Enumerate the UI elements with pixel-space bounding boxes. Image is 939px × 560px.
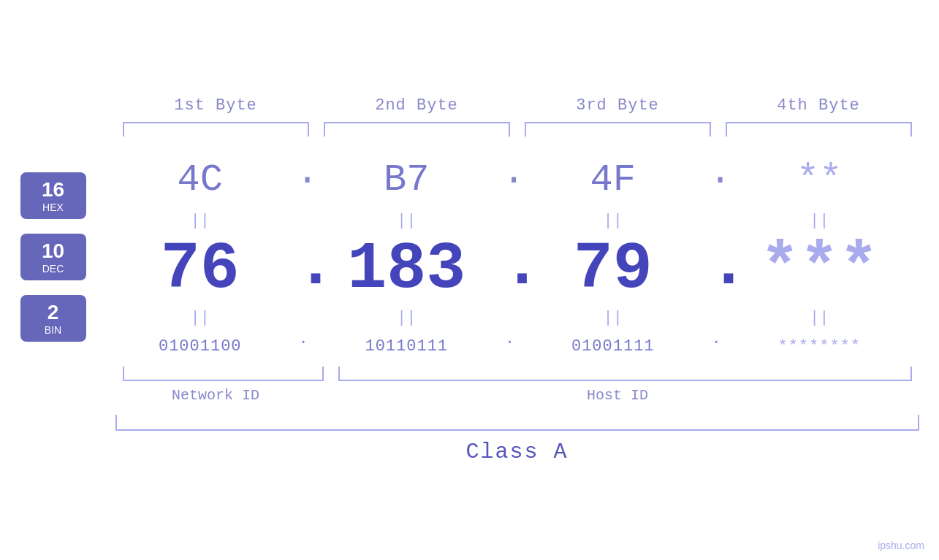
bin-dot2: . [499,330,521,363]
bracket-byte4 [718,122,919,137]
bracket-byte3 [517,122,718,137]
hex-byte4: ** [727,151,912,209]
eq1: || [108,209,293,233]
bin-dot3: . [705,330,727,363]
bin-dot1: . [292,330,314,363]
base-badges: 16 HEX 10 DEC 2 BIN [20,172,108,342]
hex-byte3: 4F [521,151,706,209]
dec-byte4: *** [727,233,912,306]
eq7: || [521,306,706,330]
eq5: || [108,306,293,330]
eq3: || [521,209,706,233]
content-section: 16 HEX 10 DEC 2 BIN 4C . B7 . 4F . ** [20,151,919,363]
byte-headers: 1st Byte 2nd Byte 3rd Byte 4th Byte [115,96,919,115]
dec-dot3: . [705,233,727,306]
bracket-byte1 [115,122,316,137]
dec-byte1: 76 [108,233,293,306]
eq4: || [727,209,912,233]
dec-dot2: . [499,233,521,306]
byte4-header: 4th Byte [718,96,919,115]
eq2: || [314,209,499,233]
hex-row: 4C . B7 . 4F . ** [108,151,912,209]
byte1-header: 1st Byte [115,96,316,115]
dec-badge: 10 DEC [20,234,86,280]
hex-base-label: HEX [31,202,76,213]
class-label: Class A [465,440,568,464]
class-label-container: Class A [115,440,919,464]
bottom-section: Network ID Host ID Class A [20,367,919,464]
id-brackets [115,367,919,381]
dot2: . [499,151,521,209]
dec-row: 76 . 183 . 79 . *** [108,233,912,306]
eq8: || [727,306,912,330]
hex-byte2: B7 [314,151,499,209]
dec-base-number: 10 [31,239,76,263]
dec-byte2: 183 [314,233,499,306]
id-labels: Network ID Host ID [115,387,919,404]
eq6: || [314,306,499,330]
hex-badge: 16 HEX [20,172,86,219]
bin-byte4: ******** [727,330,912,363]
top-brackets [115,122,919,137]
dot3: . [705,151,727,209]
dec-byte3: 79 [521,233,706,306]
bin-byte1: 01001100 [108,330,293,363]
bracket-byte2 [316,122,517,137]
dot1: . [292,151,314,209]
hex-base-number: 16 [31,178,76,202]
network-id-label: Network ID [115,387,316,404]
byte2-header: 2nd Byte [316,96,517,115]
bin-base-number: 2 [31,301,76,324]
hex-byte1: 4C [108,151,293,209]
main-container: 1st Byte 2nd Byte 3rd Byte 4th Byte 16 H… [0,0,939,560]
watermark: ipshu.com [878,540,924,551]
bin-base-label: BIN [31,324,76,336]
bin-row: 01001100 . 10110111 . 01001111 . *******… [108,330,912,363]
equals-row-2: || || || || [108,306,912,330]
host-id-label: Host ID [316,387,919,404]
dec-dot1: . [292,233,314,306]
network-bracket [123,367,324,381]
bin-byte2: 10110111 [314,330,499,363]
dec-base-label: DEC [31,263,76,275]
byte3-header: 3rd Byte [517,96,718,115]
bin-byte3: 01001111 [521,330,706,363]
outer-bracket [115,415,919,431]
bin-badge: 2 BIN [20,295,86,342]
values-grid: 4C . B7 . 4F . ** || || || || 76 [108,151,919,363]
host-bracket [338,367,912,381]
